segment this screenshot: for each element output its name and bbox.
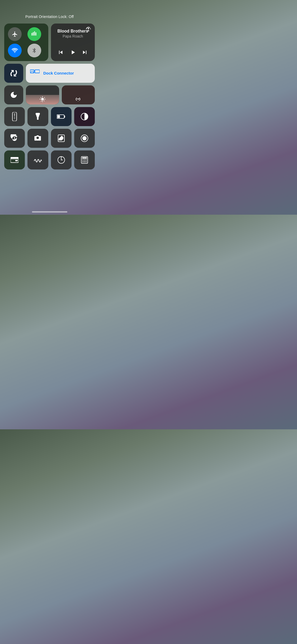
now-playing-panel[interactable]: Blood Brothers Papa Roach [51, 24, 95, 61]
rewind-button[interactable] [57, 49, 64, 57]
flashlight-button[interactable] [27, 107, 48, 126]
brightness-slider[interactable] [26, 85, 59, 104]
playback-controls [55, 49, 91, 57]
airplane-mode-button[interactable] [8, 27, 22, 41]
svg-point-28 [61, 157, 62, 158]
row-5 [4, 150, 95, 169]
orientation-lock-icon [10, 69, 18, 77]
wallet-icon [11, 157, 18, 163]
wifi-button[interactable] [8, 44, 22, 57]
airplane-icon [12, 31, 18, 37]
flashlight-icon [35, 112, 41, 121]
svg-point-35 [84, 161, 85, 162]
row-2: Dock Connector [4, 64, 95, 104]
svg-rect-7 [14, 117, 15, 118]
voice-memos-button[interactable] [27, 150, 48, 169]
wallet-button[interactable] [4, 150, 25, 169]
svg-rect-14 [57, 115, 60, 118]
wifi-icon [11, 47, 18, 54]
moon-icon [10, 91, 18, 99]
invert-colors-button[interactable] [74, 107, 95, 126]
home-indicator [32, 211, 67, 213]
orientation-lock-button[interactable] [4, 64, 23, 83]
row-4 [4, 129, 95, 148]
svg-rect-1 [35, 70, 40, 73]
svg-rect-23 [15, 160, 18, 161]
orientation-lock-label: Portrait Orientation Lock: Off [25, 15, 74, 19]
bluetooth-button[interactable] [27, 44, 41, 57]
notes-button[interactable] [51, 129, 72, 148]
fast-forward-icon [82, 49, 88, 56]
camera-button[interactable] [27, 129, 48, 148]
row-1: Blood Brothers Papa Roach [4, 24, 95, 61]
svg-rect-4 [14, 113, 15, 114]
voice-memos-icon [34, 157, 42, 163]
svg-point-31 [82, 159, 83, 160]
record-icon [81, 134, 88, 142]
svg-marker-9 [36, 114, 40, 118]
airplay-icon [86, 27, 91, 33]
airplay-volume-slider[interactable] [62, 85, 95, 104]
svg-rect-22 [11, 157, 18, 159]
invert-icon [81, 113, 88, 121]
cellular-button[interactable] [27, 27, 41, 41]
remote-icon [12, 112, 17, 121]
control-center: Blood Brothers Papa Roach [0, 24, 99, 169]
dock-connector-icon [30, 69, 40, 78]
screen-record-button[interactable] [74, 129, 95, 148]
clock-icon [57, 156, 65, 164]
airplay-volume-icon [75, 96, 81, 102]
dock-icon [30, 69, 40, 76]
battery-button[interactable] [51, 107, 72, 126]
timer-icon [11, 134, 18, 142]
remote-button[interactable] [4, 107, 25, 126]
svg-rect-8 [14, 118, 15, 119]
row-3 [4, 107, 95, 126]
do-not-disturb-button[interactable] [4, 85, 23, 104]
svg-rect-11 [36, 113, 40, 115]
screen-time-button[interactable] [4, 129, 25, 148]
calculator-icon [81, 156, 88, 164]
svg-rect-13 [64, 116, 65, 118]
svg-rect-10 [37, 118, 39, 120]
svg-point-36 [86, 161, 87, 162]
svg-rect-30 [82, 157, 87, 159]
play-icon [69, 49, 76, 56]
play-button[interactable] [69, 49, 76, 57]
connectivity-panel[interactable] [4, 24, 48, 61]
dock-connector-label: Dock Connector [43, 71, 74, 76]
camera-icon [34, 135, 42, 142]
calculator-button[interactable] [74, 150, 95, 169]
dock-connector-button[interactable]: Dock Connector [26, 64, 95, 83]
cellular-icon [31, 31, 37, 37]
battery-icon [57, 114, 66, 119]
svg-point-33 [86, 159, 87, 160]
svg-point-34 [82, 161, 83, 162]
svg-point-32 [84, 159, 85, 160]
rewind-icon [57, 49, 64, 56]
svg-point-5 [14, 114, 15, 116]
svg-rect-6 [14, 116, 15, 117]
brightness-icon [39, 96, 46, 102]
bluetooth-icon [31, 48, 37, 53]
notes-icon [58, 135, 65, 142]
fast-forward-button[interactable] [82, 49, 88, 57]
svg-point-19 [82, 136, 87, 140]
artist-name: Papa Roach [55, 34, 91, 38]
clock-button[interactable] [51, 150, 72, 169]
status-bar: Portrait Orientation Lock: Off [0, 0, 99, 24]
